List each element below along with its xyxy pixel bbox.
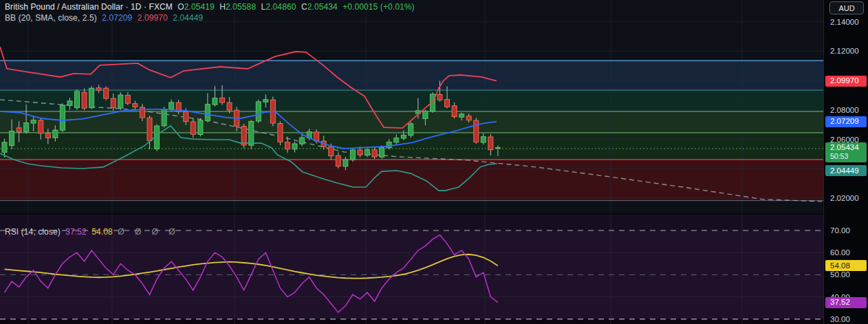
candle: [343, 160, 348, 166]
price-zone: [0, 90, 823, 111]
chart-window: British Pound / Australian Dollar · 1D ·…: [0, 0, 868, 324]
candle: [488, 137, 493, 150]
bb-indicator-legend-row[interactable]: BB (20, SMA, close, 2.5) 2.07209 2.09970…: [5, 13, 206, 23]
candle: [256, 102, 261, 121]
candle: [445, 100, 450, 107]
candle: [241, 127, 246, 145]
candle: [31, 120, 36, 123]
close-label: C: [301, 2, 307, 12]
axis-label: 2.12000: [830, 47, 859, 55]
open-value: 2.05419: [184, 2, 215, 12]
candle: [184, 111, 188, 121]
candle: [423, 111, 428, 119]
bb-upper-value: 2.09970: [138, 13, 168, 23]
price-zone: [0, 160, 823, 201]
candle: [372, 150, 377, 157]
price-pane[interactable]: [0, 0, 823, 214]
candle: [96, 88, 101, 90]
candle: [118, 95, 123, 108]
candle: [249, 121, 254, 145]
candle: [53, 130, 58, 138]
high-label: H: [219, 2, 226, 12]
price-zone: [0, 133, 823, 160]
candle: [60, 105, 65, 130]
axis-label: 60.00: [830, 248, 850, 257]
price-axis[interactable]: AUD 2.140002.120002.080002.060002.020007…: [823, 0, 868, 324]
axis-price-badge: 2.07209: [825, 116, 867, 127]
axis-price-badge: 2.09970: [825, 76, 867, 87]
candle: [191, 122, 195, 134]
candle: [10, 131, 14, 146]
candle: [292, 144, 297, 149]
axis-price-badge: 54.08: [825, 260, 867, 271]
candle: [104, 88, 109, 98]
axis-label: 70.00: [830, 226, 850, 235]
candle: [300, 138, 305, 144]
candle: [2, 142, 7, 153]
candle: [169, 102, 174, 109]
candle: [394, 138, 399, 142]
candle: [45, 133, 50, 138]
price-zone: [0, 61, 823, 90]
axis-price-badge: 2.04449: [825, 165, 867, 176]
candle: [474, 120, 479, 142]
open-label: O: [177, 2, 184, 12]
candle: [401, 135, 406, 138]
candle: [162, 109, 166, 126]
candle: [67, 101, 72, 106]
candle: [213, 98, 217, 105]
countdown-timer: 50:53: [830, 152, 867, 161]
candle: [459, 114, 464, 117]
candle: [227, 102, 232, 110]
rsi-value: 37.52: [65, 227, 87, 237]
candle: [452, 106, 457, 117]
candle: [409, 124, 413, 136]
pane-separator[interactable]: [0, 213, 823, 215]
change-value: +0.00015 (+0.01%): [343, 2, 414, 12]
candle: [220, 98, 225, 102]
candle: [481, 137, 486, 142]
close-value: 2.05434: [307, 2, 338, 12]
candle: [24, 123, 29, 132]
high-value: 2.05588: [226, 2, 256, 12]
low-value: 2.04860: [265, 2, 296, 12]
candle: [263, 100, 268, 102]
candle: [133, 104, 138, 107]
candle: [198, 120, 203, 135]
axis-label: 30.00: [830, 315, 850, 323]
rsi-band-fill: [0, 230, 823, 319]
candle: [111, 98, 116, 107]
bb-basis-value: 2.07209: [102, 13, 132, 23]
rsi-ma-value: 54.08: [91, 227, 113, 237]
candle: [285, 142, 290, 149]
candle: [329, 147, 334, 155]
axis-label: 2.08000: [830, 106, 859, 114]
symbol-title: British Pound / Australian Dollar · 1D ·…: [5, 2, 173, 12]
candle: [495, 148, 500, 149]
chart-canvas[interactable]: [0, 0, 823, 324]
bb-lower-value: 2.04449: [173, 13, 203, 23]
candle: [82, 92, 87, 108]
rsi-indicator-legend-row[interactable]: RSI (14, close) 37.52 54.08 Ø Ø Ø Ø: [5, 227, 182, 237]
candle: [89, 88, 94, 107]
candle: [205, 105, 210, 121]
candle: [365, 150, 370, 155]
candle: [147, 118, 152, 140]
candle: [39, 120, 43, 133]
rsi-label: RSI (14, close): [5, 227, 61, 237]
rsi-empty-values: Ø Ø Ø Ø: [118, 227, 179, 237]
candle: [75, 91, 80, 108]
axis-label: 2.02000: [830, 194, 859, 202]
axis-price-badge: 2.0543450:53: [825, 142, 867, 162]
bb-label: BB (20, SMA, close, 2.5): [5, 13, 97, 23]
axis-label: 2.14000: [830, 18, 859, 26]
candle: [387, 142, 391, 148]
currency-button[interactable]: AUD: [829, 1, 864, 14]
candle: [17, 128, 21, 132]
symbol-legend-row[interactable]: British Pound / Australian Dollar · 1D ·…: [5, 2, 417, 12]
candle: [358, 150, 362, 155]
candle: [125, 95, 130, 103]
candle: [437, 94, 442, 100]
candle: [278, 123, 283, 142]
candle: [336, 155, 340, 166]
